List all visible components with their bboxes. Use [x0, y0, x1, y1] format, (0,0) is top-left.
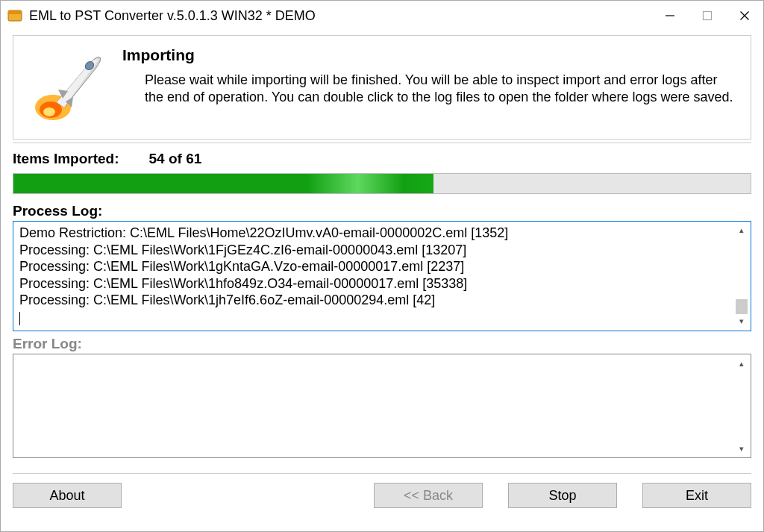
error-log-label: Error Log:: [13, 336, 751, 352]
error-log-box[interactable]: ▴ ▾: [13, 354, 751, 458]
scroll-down-icon[interactable]: ▾: [734, 441, 749, 456]
log-line: Processing: C:\EML Files\Work\1FjGEz4C.z…: [19, 242, 745, 259]
svg-rect-1: [8, 10, 22, 14]
scrollbar[interactable]: ▴ ▾: [734, 223, 749, 329]
progress-bar: [13, 173, 751, 194]
exit-button[interactable]: Exit: [642, 483, 751, 508]
header-title: Importing: [122, 46, 737, 64]
rocket-icon: [27, 46, 109, 128]
log-line: Processing: C:\EML Files\Work\1gKntaGA.V…: [19, 258, 745, 275]
scroll-up-icon[interactable]: ▴: [734, 223, 749, 238]
log-line: Demo Restriction: C:\EML Files\Home\22Oz…: [19, 225, 745, 242]
header-description: Please wait while importing will be fini…: [122, 72, 737, 107]
process-log-box[interactable]: Demo Restriction: C:\EML Files\Home\22Oz…: [13, 221, 751, 331]
process-log-label: Process Log:: [13, 203, 751, 219]
scroll-up-icon[interactable]: ▴: [734, 356, 749, 371]
app-icon: [7, 7, 23, 24]
close-button[interactable]: [726, 1, 763, 31]
about-button[interactable]: About: [13, 483, 122, 508]
header-panel: Importing Please wait while importing wi…: [13, 35, 751, 140]
text-caret: [19, 312, 20, 325]
progress-label: Items Imported:54 of 61: [13, 151, 751, 167]
progress-count: 54 of 61: [149, 151, 202, 166]
svg-point-8: [43, 107, 55, 116]
titlebar: EML to PST Converter v.5.0.1.3 WIN32 * D…: [1, 1, 763, 31]
process-log-content: Demo Restriction: C:\EML Files\Home\22Oz…: [19, 225, 745, 309]
back-button: << Back: [374, 483, 483, 508]
maximize-button[interactable]: [689, 1, 726, 31]
minimize-button[interactable]: [651, 1, 689, 31]
window-title: EML to PST Converter v.5.0.1.3 WIN32 * D…: [29, 8, 651, 24]
stop-button[interactable]: Stop: [508, 483, 617, 508]
progress-fill: [13, 174, 433, 193]
log-line: Processing: C:\EML Files\Work\1hfo849z.O…: [19, 275, 745, 292]
log-line: Processing: C:\EML Files\Work\1jh7eIf6.6…: [19, 292, 745, 309]
scroll-thumb[interactable]: [736, 299, 748, 314]
separator: [13, 143, 751, 143]
scrollbar[interactable]: ▴ ▾: [734, 356, 749, 456]
svg-rect-3: [704, 12, 712, 20]
scroll-down-icon[interactable]: ▾: [734, 314, 749, 329]
button-row: About << Back Stop Exit: [13, 473, 751, 519]
